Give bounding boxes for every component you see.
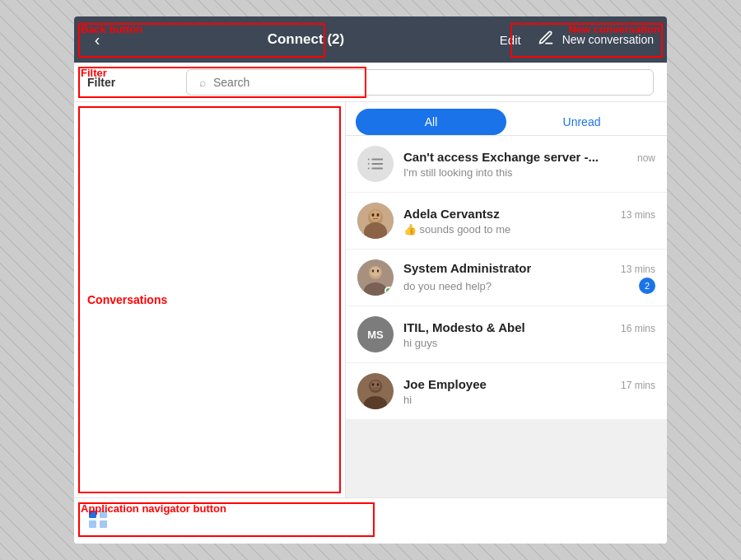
online-indicator	[384, 287, 393, 295]
conversation-list: All Unread Can't acc	[346, 102, 667, 497]
conversation-time: 17 mins	[621, 380, 655, 391]
list-icon-avatar	[357, 146, 394, 182]
svg-point-22	[372, 383, 374, 386]
header: Back button New conversation ‹ Connect (…	[74, 16, 667, 63]
footer: Application navigator button	[74, 497, 667, 544]
phone-frame: Back button New conversation ‹ Connect (…	[74, 16, 667, 544]
conversation-name: Joe Employee	[403, 377, 487, 391]
conversation-time: 13 mins	[621, 209, 655, 221]
conversation-body: System Administrator 13 mins do you need…	[403, 261, 655, 294]
conversation-preview: hi	[403, 394, 655, 406]
list-item[interactable]: MS ITIL, Modesto & Abel 16 mins hi guys	[346, 306, 667, 363]
conversation-preview: I'm still looking into this	[403, 166, 655, 179]
svg-point-15	[370, 267, 380, 277]
list-item[interactable]: Joe Employee 17 mins hi	[346, 363, 667, 420]
avatar	[357, 373, 394, 409]
svg-point-16	[372, 269, 374, 273]
avatar	[357, 203, 394, 239]
svg-point-9	[370, 210, 381, 222]
sidebar: Conversations	[74, 102, 346, 497]
conversation-preview: do you need help? 2	[403, 278, 655, 294]
list-item[interactable]: Adela Cervantsz 13 mins 👍 sounds good to…	[346, 193, 667, 250]
header-title: Connect (2)	[120, 31, 492, 48]
conversation-time: 16 mins	[621, 323, 655, 334]
conversation-preview: 👍 sounds good to me	[403, 223, 655, 236]
conversation-body: Joe Employee 17 mins hi	[403, 377, 655, 406]
svg-point-23	[377, 383, 379, 386]
new-conversation-label-anno: New conversation	[569, 23, 660, 35]
unread-badge: 2	[639, 278, 655, 294]
svg-rect-26	[89, 520, 96, 528]
conversation-top: Joe Employee 17 mins	[403, 377, 655, 391]
conversation-body: Adela Cervantsz 13 mins 👍 sounds good to…	[403, 207, 655, 236]
filter-input-wrap: ⌕	[186, 69, 654, 96]
svg-rect-27	[100, 520, 107, 528]
conversation-top: Adela Cervantsz 13 mins	[403, 207, 655, 221]
svg-point-11	[377, 213, 380, 217]
gray-fill	[346, 420, 667, 497]
conversation-name: System Administrator	[403, 261, 531, 275]
conversation-top: Can't access Exchange server -... now	[403, 150, 655, 164]
list-item[interactable]: System Administrator 13 mins do you need…	[346, 250, 667, 306]
search-icon: ⌕	[199, 76, 206, 89]
preview-text: do you need help?	[403, 280, 492, 292]
conversation-time: now	[637, 152, 655, 164]
edit-button[interactable]: Edit	[492, 33, 529, 47]
filter-input[interactable]	[186, 69, 654, 96]
conversation-preview: hi guys	[403, 337, 655, 349]
conversations-label: Conversations	[87, 293, 167, 306]
back-button-label: Back button	[81, 23, 142, 35]
footer-label-anno: Application navigator button	[81, 502, 226, 515]
conversation-top: System Administrator 13 mins	[403, 261, 655, 275]
filter-label-anno: Filter	[81, 67, 107, 79]
conversation-body: ITIL, Modesto & Abel 16 mins hi guys	[403, 320, 655, 349]
avatar	[357, 259, 394, 296]
conversation-name: Can't access Exchange server -...	[403, 150, 599, 164]
new-conversation-icon[interactable]	[529, 30, 562, 50]
conversation-name: Adela Cervantsz	[403, 207, 500, 221]
conversation-top: ITIL, Modesto & Abel 16 mins	[403, 320, 655, 334]
tab-bar: All Unread	[346, 102, 667, 136]
conversation-body: Can't access Exchange server -... now I'…	[403, 150, 655, 179]
svg-point-17	[377, 269, 379, 273]
avatar: MS	[357, 316, 394, 352]
svg-point-10	[372, 213, 375, 217]
content-area: Conversations All Unread	[74, 102, 667, 497]
tab-all[interactable]: All	[356, 109, 506, 135]
conversation-time: 13 mins	[621, 264, 655, 275]
tab-unread[interactable]: Unread	[506, 109, 657, 135]
list-item[interactable]: Can't access Exchange server -... now I'…	[346, 136, 667, 193]
conversation-name: ITIL, Modesto & Abel	[403, 320, 525, 334]
filter-row: Filter Filter ⌕	[74, 63, 667, 102]
